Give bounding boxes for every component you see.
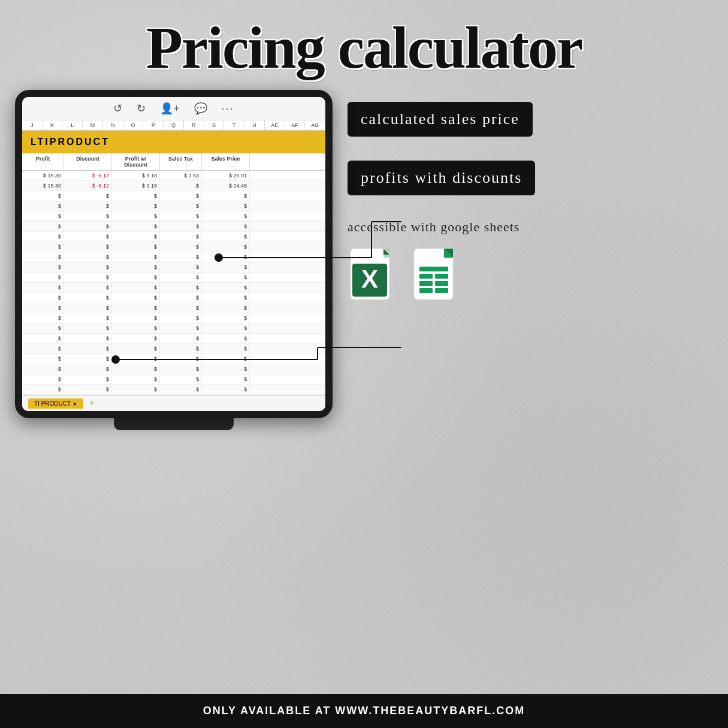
comment-icon[interactable]: 💬 [194,102,207,115]
table-cell: $ [64,324,112,333]
table-cell: $ [202,313,250,323]
table-row: $$$$$ [22,252,325,262]
col-header-profit: Profit [22,153,64,170]
table-cell: $ [202,212,250,221]
table-cell: $ [202,385,250,394]
tab-dropdown-icon[interactable]: ▼ [73,401,77,407]
table-cell: $ [64,222,112,231]
svg-rect-14 [435,288,448,293]
table-cell: $ [22,293,64,303]
col-m: M [83,120,103,130]
col-header-profit-w-discount: Profit w/ Discount [112,153,160,170]
table-row: $$$$$ [22,364,325,374]
table-cell: $ [202,374,250,384]
table-cell: $ [202,191,250,201]
undo-icon[interactable]: ↺ [113,102,122,115]
icons-area: X [348,246,716,309]
table-cell: $ [112,262,160,272]
table-row: $$$$$ [22,232,325,242]
table-cell: $ [160,283,202,292]
add-person-icon[interactable]: 👤+ [160,102,180,115]
table-cell: $ [64,385,112,394]
table-cell: $ [160,303,202,313]
redo-icon[interactable]: ↻ [137,102,146,115]
table-cell: $ [64,334,112,343]
table-cell: $ [160,262,202,272]
col-k: K [43,120,63,130]
table-row: $$$$$ [22,385,325,395]
spreadsheet-area[interactable]: LTIPRODUCT Profit Discount Profit w/ Dis… [22,131,325,395]
table-cell: $ 15.30 [22,181,64,191]
svg-rect-13 [419,288,433,293]
add-sheet-icon[interactable]: + [89,398,95,409]
table-cell: $ 26.01 [202,171,250,180]
table-row: $$$$$ [22,324,325,334]
table-cell: $ [112,354,160,364]
table-cell: $ [202,364,250,374]
title-area: Pricing calculator [0,0,728,84]
table-cell: $ [112,201,160,211]
table-cell: $ [202,354,250,364]
table-cell: $ 9.18 [112,181,160,191]
table-cell: $ [64,252,112,262]
table-row: $$$$$ [22,212,325,222]
column-headers: J K L M N O P Q R S T U AE AF AG [22,120,325,131]
col-r: R [184,120,204,130]
col-j: J [22,120,43,130]
table-row: $$$$$ [22,273,325,283]
table-cell: $ [22,364,64,374]
svg-rect-8 [419,267,448,271]
table-cell: $ [64,232,112,241]
table-cell: $ [64,354,112,364]
table-cell: $ [202,344,250,354]
table-cell: $ [64,191,112,201]
table-cell: $ [22,201,64,211]
table-cell: $ [64,374,112,384]
table-cell: $ [22,374,64,384]
table-cell: $ [160,252,202,262]
svg-rect-12 [435,281,448,286]
table-row: $$$$$ [22,344,325,354]
table-row: $$$$$ [22,191,325,201]
more-options-icon[interactable]: ··· [222,102,234,115]
table-cell: $ [22,313,64,323]
page-title: Pricing calculator [12,18,716,78]
table-cell: $ [160,344,202,354]
tablet-container: ↺ ↻ 👤+ 💬 ··· J K L M N O P [12,90,336,694]
feature-badge-sales-price: calculated sales price [348,102,533,137]
sheets-icon [411,246,465,309]
table-cell: $ [22,222,64,231]
table-cell: $ [160,222,202,231]
col-l: L [62,120,83,130]
table-cell: $ [202,201,250,211]
table-cell: $ [112,293,160,303]
table-cell: $ [64,293,112,303]
table-cell: $ [64,313,112,323]
tablet-frame: ↺ ↻ 👤+ 💬 ··· J K L M N O P [15,90,333,418]
col-ae: AE [265,120,285,130]
sheet-tab[interactable]: TI PRODUCT ▼ [28,398,83,409]
table-cell: $ [160,212,202,221]
feature-profits-discounts: profits with discounts [348,161,716,195]
tablet-stand [114,418,234,430]
sheet-tab-label: TI PRODUCT [34,400,71,407]
right-panel: calculated sales price profits with disc… [348,90,716,694]
table-cell: $ -6.12 [64,181,112,191]
table-row: $$$$$ [22,334,325,344]
table-cell: $ [22,252,64,262]
feature-badge-sales-price-text: calculated sales price [361,110,519,128]
table-cell: $ [160,324,202,333]
table-cell: $ 15.30 [22,171,64,180]
col-p: P [143,120,164,130]
table-cell: $ [22,212,64,221]
table-cell: $ [112,222,160,231]
tablet-toolbar: ↺ ↻ 👤+ 💬 ··· [22,97,325,120]
table-cell: $ [64,201,112,211]
table-cell: $ [22,324,64,333]
sheet-title-row: LTIPRODUCT [22,131,325,153]
col-s: S [204,120,225,130]
svg-rect-11 [419,281,433,286]
svg-rect-9 [419,274,433,279]
table-cell: $ [202,252,250,262]
table-cell: $ [112,374,160,384]
